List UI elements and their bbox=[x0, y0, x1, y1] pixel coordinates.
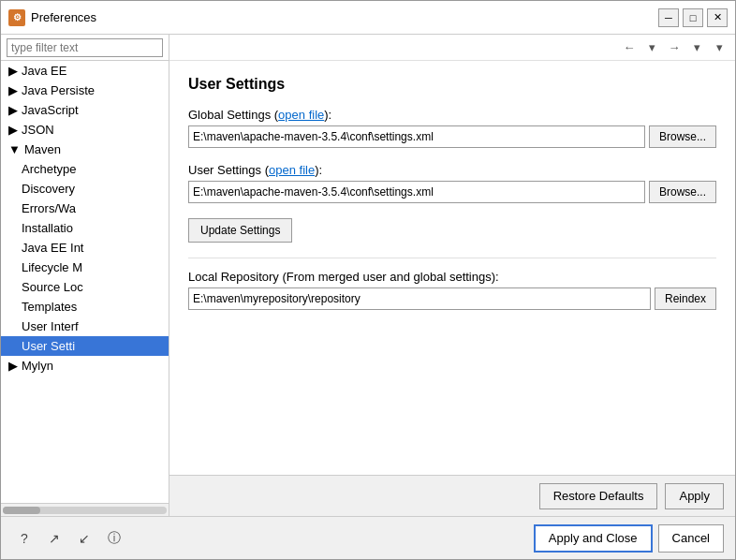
global-browse-button[interactable]: Browse... bbox=[649, 125, 716, 148]
sidebar-filter-area bbox=[1, 35, 169, 61]
import-button[interactable]: ↙ bbox=[72, 526, 96, 551]
help-button[interactable]: ? bbox=[12, 526, 37, 551]
expand-arrow-java-persist: ▶ bbox=[8, 83, 18, 97]
expand-arrow-maven: ▼ bbox=[8, 142, 21, 156]
sidebar-item-label: Installatio bbox=[22, 221, 73, 235]
local-repo-row: Reindex bbox=[188, 287, 716, 310]
sidebar-item-label: Maven bbox=[24, 142, 61, 156]
section-divider bbox=[188, 258, 716, 258]
global-settings-label: Global Settings (open file): bbox=[188, 108, 716, 122]
sidebar-item-java-ee[interactable]: ▶ Java EE bbox=[1, 61, 169, 81]
back-button[interactable]: ← bbox=[619, 38, 640, 57]
update-settings-area: Update Settings bbox=[188, 218, 716, 243]
dropdown-back-button[interactable]: ▾ bbox=[641, 38, 662, 57]
user-browse-button[interactable]: Browse... bbox=[649, 181, 716, 203]
sidebar-item-label: User Setti bbox=[22, 339, 75, 353]
bottom-bar: Restore Defaults Apply bbox=[169, 475, 735, 516]
info-button[interactable]: ⓘ bbox=[102, 526, 126, 551]
maximize-button[interactable]: □ bbox=[683, 8, 703, 27]
window-title: Preferences bbox=[31, 10, 96, 24]
sidebar-item-label: Templates bbox=[22, 300, 77, 314]
sidebar-item-archetype[interactable]: Archetype bbox=[1, 159, 169, 179]
restore-defaults-button[interactable]: Restore Defaults bbox=[539, 483, 658, 509]
panel-title: User Settings bbox=[188, 76, 716, 93]
sidebar-item-mylyn[interactable]: ▶ Mylyn bbox=[1, 356, 169, 376]
sidebar-item-json[interactable]: ▶ JSON bbox=[1, 120, 169, 140]
user-settings-row: Browse... bbox=[188, 181, 716, 203]
forward-button[interactable]: → bbox=[664, 38, 684, 57]
main-content: ▶ Java EE ▶ Java Persiste ▶ JavaScript ▶… bbox=[1, 35, 735, 516]
sidebar-item-lifecycle[interactable]: Lifecycle M bbox=[1, 258, 169, 277]
title-bar: ⚙ Preferences ─ □ ✕ bbox=[1, 1, 735, 35]
sidebar-item-user-settings[interactable]: User Setti bbox=[1, 336, 169, 356]
minimize-button[interactable]: ─ bbox=[658, 8, 679, 27]
sidebar-item-label: Source Loc bbox=[22, 280, 83, 294]
local-repo-label: Local Repository (From merged user and g… bbox=[188, 270, 716, 284]
sidebar-item-label: Errors/Wa bbox=[22, 201, 76, 215]
sidebar-item-templates[interactable]: Templates bbox=[1, 297, 169, 317]
reindex-button[interactable]: Reindex bbox=[655, 287, 716, 310]
sidebar-item-discovery[interactable]: Discovery bbox=[1, 179, 169, 199]
footer-right: Apply and Close Cancel bbox=[534, 524, 724, 553]
h-scroll-track bbox=[3, 507, 167, 514]
local-repo-section: Local Repository (From merged user and g… bbox=[188, 270, 716, 310]
sidebar-item-user-interface[interactable]: User Interf bbox=[1, 317, 169, 336]
close-button[interactable]: ✕ bbox=[707, 8, 728, 27]
sidebar-item-label: Discovery bbox=[22, 182, 75, 196]
sidebar-item-source-loc[interactable]: Source Loc bbox=[1, 277, 169, 297]
user-settings-link[interactable]: open file bbox=[269, 163, 315, 177]
sidebar-item-javascript[interactable]: ▶ JavaScript bbox=[1, 100, 169, 120]
expand-arrow-mylyn: ▶ bbox=[8, 359, 18, 373]
expand-arrow-java-ee: ▶ bbox=[8, 64, 18, 78]
cancel-button[interactable]: Cancel bbox=[658, 524, 724, 553]
footer: ? ↗ ↙ ⓘ Apply and Close Cancel bbox=[1, 516, 735, 559]
sidebar-item-maven[interactable]: ▼ Maven bbox=[1, 140, 169, 159]
sidebar-horizontal-scroll bbox=[1, 503, 169, 516]
global-settings-input[interactable] bbox=[188, 125, 645, 148]
h-scroll-thumb bbox=[3, 507, 40, 514]
app-icon: ⚙ bbox=[8, 9, 25, 26]
sidebar-item-label: JSON bbox=[22, 123, 54, 137]
user-settings-input[interactable] bbox=[188, 181, 645, 203]
sidebar: ▶ Java EE ▶ Java Persiste ▶ JavaScript ▶… bbox=[1, 35, 169, 516]
apply-and-close-button[interactable]: Apply and Close bbox=[534, 524, 653, 553]
sidebar-item-label: Mylyn bbox=[22, 359, 53, 373]
user-settings-label: User Settings (open file): bbox=[188, 163, 716, 177]
local-repo-input[interactable] bbox=[188, 287, 651, 310]
window-controls: ─ □ ✕ bbox=[658, 8, 728, 27]
sidebar-item-installation[interactable]: Installatio bbox=[1, 218, 169, 238]
sidebar-scroll-container: ▶ Java EE ▶ Java Persiste ▶ JavaScript ▶… bbox=[1, 61, 169, 503]
sidebar-item-java-persistence[interactable]: ▶ Java Persiste bbox=[1, 81, 169, 100]
more-button[interactable]: ▾ bbox=[709, 38, 729, 57]
expand-arrow-json: ▶ bbox=[8, 123, 18, 137]
update-settings-button[interactable]: Update Settings bbox=[188, 218, 292, 243]
title-bar-left: ⚙ Preferences bbox=[8, 9, 96, 26]
sidebar-item-label: JavaScript bbox=[22, 103, 79, 117]
panel-body: User Settings Global Settings (open file… bbox=[169, 61, 735, 475]
sidebar-item-label: Lifecycle M bbox=[22, 260, 82, 274]
sidebar-item-label: Archetype bbox=[22, 162, 77, 176]
dropdown-forward-button[interactable]: ▾ bbox=[686, 38, 707, 57]
user-settings-section: User Settings (open file): Browse... bbox=[188, 163, 716, 203]
global-settings-link[interactable]: open file bbox=[278, 108, 324, 122]
expand-arrow-javascript: ▶ bbox=[8, 103, 18, 117]
sidebar-item-errors[interactable]: Errors/Wa bbox=[1, 199, 169, 218]
filter-input[interactable] bbox=[7, 38, 163, 57]
sidebar-item-label: Java EE bbox=[22, 64, 66, 78]
apply-button[interactable]: Apply bbox=[665, 483, 724, 509]
footer-left: ? ↗ ↙ ⓘ bbox=[12, 526, 126, 551]
sidebar-tree: ▶ Java EE ▶ Java Persiste ▶ JavaScript ▶… bbox=[1, 61, 169, 503]
right-panel: ← ▾ → ▾ ▾ User Settings Global Settings … bbox=[169, 35, 735, 516]
sidebar-item-java-ee-int[interactable]: Java EE Int bbox=[1, 238, 169, 258]
sidebar-item-label: Java Persiste bbox=[22, 83, 95, 97]
sidebar-item-label: User Interf bbox=[22, 319, 79, 333]
export-button[interactable]: ↗ bbox=[42, 526, 66, 551]
global-settings-row: Browse... bbox=[188, 125, 716, 148]
global-settings-section: Global Settings (open file): Browse... bbox=[188, 108, 716, 148]
sidebar-item-label: Java EE Int bbox=[22, 241, 83, 255]
panel-toolbar: ← ▾ → ▾ ▾ bbox=[169, 35, 735, 61]
